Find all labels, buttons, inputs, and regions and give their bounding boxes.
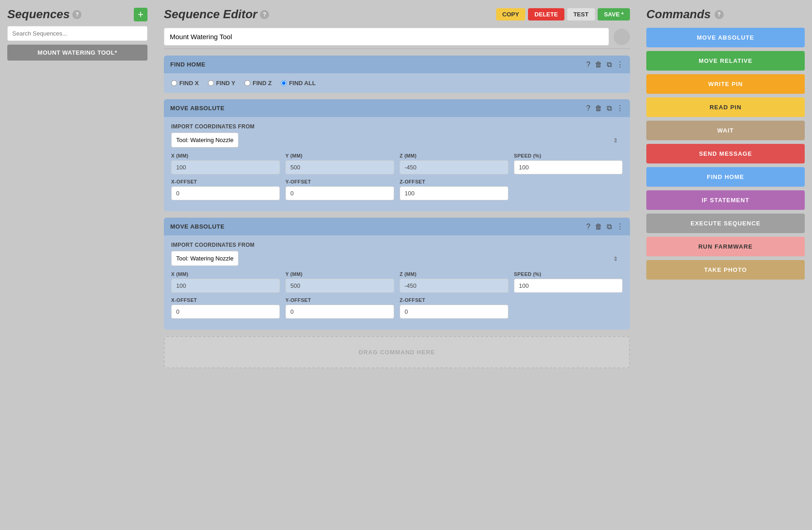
speed-input-2[interactable] [514, 279, 623, 293]
zoffset-input-2[interactable] [400, 305, 508, 319]
cmd-move-absolute-button[interactable]: MOVE ABSOLUTE [646, 28, 805, 47]
cmd-find-home-button[interactable]: FIND HOME [646, 167, 805, 187]
speed-group-1: SPEED (%) [514, 153, 623, 174]
move-absolute-2-copy-icon[interactable]: ⧉ [607, 223, 612, 231]
import-select-row-1: Tool: Watering Nozzle [171, 132, 623, 148]
editor-help-icon[interactable]: ? [260, 10, 269, 19]
move-absolute-1-help-icon[interactable]: ? [586, 104, 590, 112]
z-input-2[interactable] [400, 279, 508, 293]
cmd-run-farmware-button[interactable]: RUN FARMWARE [646, 237, 805, 256]
y-input-1[interactable] [285, 160, 394, 174]
move-absolute-2-body: IMPORT COORDINATES FROM Tool: Watering N… [164, 235, 630, 330]
radio-find-x[interactable]: FIND X [171, 80, 199, 87]
cmd-send-message-button[interactable]: SEND MESSAGE [646, 144, 805, 163]
sidebar-title: Sequences ? [7, 7, 81, 21]
sidebar-header: Sequences ? + [7, 7, 147, 21]
sequence-name-input[interactable] [164, 28, 609, 46]
find-home-help-icon[interactable]: ? [586, 61, 590, 69]
find-home-delete-icon[interactable]: 🗑 [595, 61, 602, 69]
find-home-copy-icon[interactable]: ⧉ [607, 61, 612, 69]
sidebar: Sequences ? + MOUNT WATERING TOOL* [0, 0, 155, 530]
z-group-1: Z (MM) [400, 153, 508, 174]
color-circle[interactable] [614, 29, 630, 45]
move-absolute-1-delete-icon[interactable]: 🗑 [595, 104, 602, 112]
copy-button[interactable]: COPY [496, 8, 526, 20]
editor-title-text: Sequence Editor [164, 7, 257, 21]
search-input[interactable] [7, 26, 147, 41]
sequence-item[interactable]: MOUNT WATERING TOOL* [7, 45, 147, 61]
cmd-take-photo-button[interactable]: TAKE PHOTO [646, 260, 805, 280]
find-home-icons: ? 🗑 ⧉ ⋮ [586, 60, 624, 69]
import-select-2[interactable]: Tool: Watering Nozzle [171, 251, 239, 266]
find-home-body: FIND X FIND Y FIND Z FIND ALL [164, 73, 630, 93]
find-home-header: FIND HOME ? 🗑 ⧉ ⋮ [164, 56, 630, 73]
move-absolute-2-icons: ? 🗑 ⧉ ⋮ [586, 222, 624, 231]
xoffset-input-2[interactable] [171, 305, 280, 319]
y-label-2: Y (MM) [285, 271, 394, 277]
cmd-execute-sequence-button[interactable]: EXECUTE SEQUENCE [646, 214, 805, 233]
y-input-2[interactable] [285, 279, 394, 293]
cmd-read-pin-button[interactable]: READ PIN [646, 97, 805, 117]
y-group-2: Y (MM) [285, 271, 394, 293]
move-absolute-2-delete-icon[interactable]: 🗑 [595, 223, 602, 231]
save-button[interactable]: SAVE * [598, 8, 630, 20]
move-absolute-1-copy-icon[interactable]: ⧉ [607, 104, 612, 112]
zoffset-group-2: Z-OFFSET [400, 297, 508, 319]
zoffset-input-1[interactable] [400, 186, 508, 200]
z-label-2: Z (MM) [400, 271, 508, 277]
editor-actions: COPY DELETE TEST SAVE * [496, 8, 630, 20]
import-select-wrapper-1: Tool: Watering Nozzle [171, 132, 623, 148]
radio-find-z[interactable]: FIND Z [244, 80, 272, 87]
import-label-1: IMPORT COORDINATES FROM [171, 123, 623, 130]
add-sequence-button[interactable]: + [134, 8, 147, 21]
move-absolute-block-2: MOVE ABSOLUTE ? 🗑 ⧉ ⋮ IMPORT COORDINATES… [164, 218, 630, 330]
zoffset-label-2: Z-OFFSET [400, 297, 508, 303]
commands-help-icon[interactable]: ? [715, 10, 724, 19]
speed-label-1: SPEED (%) [514, 153, 623, 158]
drag-command-area[interactable]: DRAG COMMAND HERE [164, 336, 630, 368]
radio-find-y[interactable]: FIND Y [208, 80, 235, 87]
import-select-1[interactable]: Tool: Watering Nozzle [171, 132, 239, 148]
divider [164, 48, 630, 49]
find-home-drag-icon[interactable]: ⋮ [616, 60, 624, 69]
test-button[interactable]: TEST [567, 8, 595, 20]
find-home-title: FIND HOME [170, 61, 205, 68]
find-home-block: FIND HOME ? 🗑 ⧉ ⋮ FIND X FIND Y FIND Z [164, 56, 630, 93]
commands-title: Commands [646, 7, 711, 21]
move-absolute-1-icons: ? 🗑 ⧉ ⋮ [586, 104, 624, 112]
delete-button[interactable]: DELETE [528, 8, 564, 20]
xoffset-label-1: X-OFFSET [171, 179, 280, 184]
x-input-2[interactable] [171, 279, 280, 293]
z-input-1[interactable] [400, 160, 508, 174]
import-label-2: IMPORT COORDINATES FROM [171, 242, 623, 248]
cmd-if-statement-button[interactable]: IF STATEMENT [646, 190, 805, 210]
yoffset-input-2[interactable] [285, 305, 394, 319]
z-label-1: Z (MM) [400, 153, 508, 158]
x-input-1[interactable] [171, 160, 280, 174]
radio-find-all[interactable]: FIND ALL [281, 80, 316, 87]
yoffset-label-1: Y-OFFSET [285, 179, 394, 184]
sidebar-help-icon[interactable]: ? [72, 10, 81, 19]
move-absolute-block-1: MOVE ABSOLUTE ? 🗑 ⧉ ⋮ IMPORT COORDINATES… [164, 99, 630, 211]
move-absolute-1-drag-icon[interactable]: ⋮ [616, 104, 624, 112]
import-select-wrapper-2: Tool: Watering Nozzle [171, 251, 623, 266]
cmd-move-relative-button[interactable]: MOVE RELATIVE [646, 51, 805, 71]
move-absolute-2-drag-icon[interactable]: ⋮ [616, 222, 624, 231]
speed-input-1[interactable] [514, 160, 623, 174]
cmd-write-pin-button[interactable]: WRITE PIN [646, 74, 805, 94]
x-label-2: X (MM) [171, 271, 280, 277]
yoffset-input-1[interactable] [285, 186, 394, 200]
cmd-wait-button[interactable]: WAIT [646, 121, 805, 140]
speed-group-2: SPEED (%) [514, 271, 623, 293]
commands-panel: Commands ? MOVE ABSOLUTE MOVE RELATIVE W… [639, 0, 812, 530]
offsets-row-1: X-OFFSET Y-OFFSET Z-OFFSET [171, 179, 623, 200]
move-absolute-2-header: MOVE ABSOLUTE ? 🗑 ⧉ ⋮ [164, 218, 630, 235]
x-group-1: X (MM) [171, 153, 280, 174]
xoffset-input-1[interactable] [171, 186, 280, 200]
editor-title: Sequence Editor ? [164, 7, 269, 21]
import-select-row-2: Tool: Watering Nozzle [171, 251, 623, 266]
commands-header: Commands ? [646, 7, 805, 21]
move-absolute-2-help-icon[interactable]: ? [586, 223, 590, 231]
move-absolute-1-header: MOVE ABSOLUTE ? 🗑 ⧉ ⋮ [164, 99, 630, 117]
zoffset-label-1: Z-OFFSET [400, 179, 508, 184]
